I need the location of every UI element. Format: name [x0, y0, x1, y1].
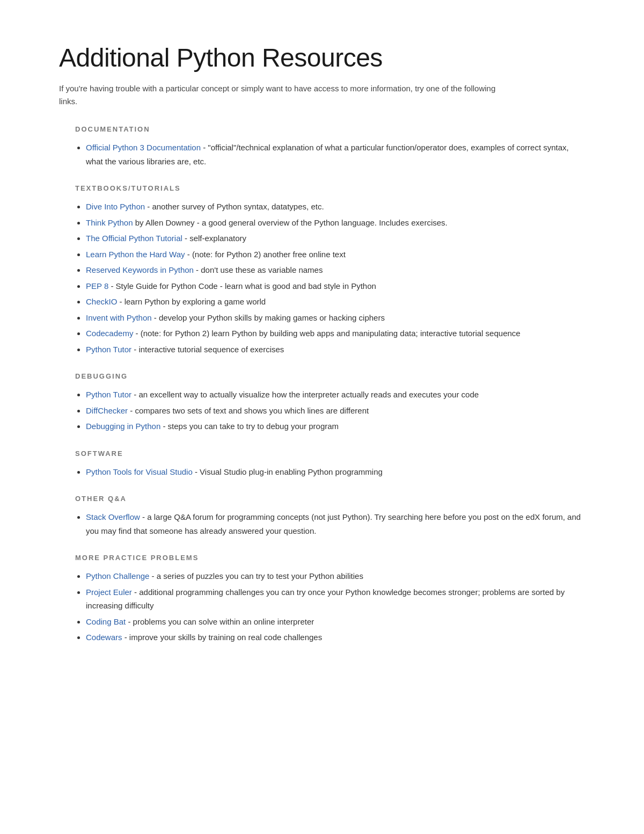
resource-link[interactable]: Learn Python the Hard Way: [86, 250, 185, 259]
list-item: DiffChecker - compares two sets of text …: [86, 404, 585, 418]
resource-link[interactable]: Python Tutor: [86, 345, 131, 354]
resource-link[interactable]: Python Tutor: [86, 390, 131, 399]
resource-link[interactable]: Python Tools for Visual Studio: [86, 467, 193, 476]
resource-description: - compares two sets of text and shows yo…: [128, 406, 369, 415]
list-item: Python Tools for Visual Studio - Visual …: [86, 465, 585, 479]
section-debugging: DEBUGGINGPython Tutor - an excellent way…: [59, 372, 585, 433]
list-item: PEP 8 - Style Guide for Python Code - le…: [86, 279, 585, 293]
list-item: Coding Bat - problems you can solve with…: [86, 615, 585, 629]
section-other-qa: OTHER Q&AStack Overflow - a large Q&A fo…: [59, 495, 585, 538]
resource-link[interactable]: Codecademy: [86, 329, 133, 338]
resource-description: - a series of puzzles you can try to tes…: [149, 571, 363, 581]
resource-description: - learn Python by exploring a game world: [117, 297, 266, 306]
list-item: Invent with Python - develop your Python…: [86, 311, 585, 325]
resource-description: - don't use these as variable names: [194, 265, 323, 274]
resource-description: - (note: for Python 2) another free onli…: [185, 250, 346, 259]
resource-description: - Style Guide for Python Code - learn wh…: [108, 281, 376, 291]
list-item: Think Python by Allen Downey - a good ge…: [86, 216, 585, 230]
resource-list-more-practice: Python Challenge - a series of puzzles y…: [59, 569, 585, 644]
list-item: Codewars - improve your skills by traini…: [86, 630, 585, 644]
resource-list-documentation: Official Python 3 Documentation - "offic…: [59, 141, 585, 168]
resource-description: - Visual Studio plug-in enabling Python …: [193, 467, 383, 476]
resource-link[interactable]: Think Python: [86, 218, 133, 227]
resource-list-debugging: Python Tutor - an excellent way to actua…: [59, 388, 585, 433]
list-item: Reserved Keywords in Python - don't use …: [86, 263, 585, 277]
resource-link[interactable]: PEP 8: [86, 281, 108, 291]
list-item: Debugging in Python - steps you can take…: [86, 419, 585, 433]
section-heading-other-qa: OTHER Q&A: [59, 495, 585, 503]
resource-description: - interactive tutorial sequence of exerc…: [131, 345, 284, 354]
list-item: Official Python 3 Documentation - "offic…: [86, 141, 585, 168]
section-software: SOFTWAREPython Tools for Visual Studio -…: [59, 449, 585, 479]
resource-link[interactable]: Codewars: [86, 633, 122, 642]
resource-link[interactable]: Python Challenge: [86, 571, 149, 581]
resource-description: - develop your Python skills by making g…: [152, 313, 385, 322]
resource-link[interactable]: Invent with Python: [86, 313, 152, 322]
list-item: CheckIO - learn Python by exploring a ga…: [86, 295, 585, 309]
section-heading-documentation: DOCUMENTATION: [59, 125, 585, 133]
resource-list-software: Python Tools for Visual Studio - Visual …: [59, 465, 585, 479]
resource-description: - self-explanatory: [182, 234, 246, 243]
resource-link[interactable]: Debugging in Python: [86, 422, 160, 431]
section-more-practice: MORE PRACTICE PROBLEMSPython Challenge -…: [59, 554, 585, 644]
resource-description: - additional programming challenges you …: [86, 588, 565, 611]
list-item: The Official Python Tutorial - self-expl…: [86, 231, 585, 245]
resource-list-textbooks-tutorials: Dive Into Python - another survey of Pyt…: [59, 200, 585, 356]
list-item: Dive Into Python - another survey of Pyt…: [86, 200, 585, 214]
section-documentation: DOCUMENTATIONOfficial Python 3 Documenta…: [59, 125, 585, 168]
sections-container: DOCUMENTATIONOfficial Python 3 Documenta…: [59, 125, 585, 644]
resource-description: - (note: for Python 2) learn Python by b…: [133, 329, 520, 338]
list-item: Project Euler - additional programming c…: [86, 585, 585, 613]
list-item: Codecademy - (note: for Python 2) learn …: [86, 327, 585, 340]
resource-link[interactable]: Coding Bat: [86, 617, 126, 626]
resource-link[interactable]: The Official Python Tutorial: [86, 234, 182, 243]
resource-description: - another survey of Python syntax, datat…: [145, 202, 324, 211]
resource-link[interactable]: Dive Into Python: [86, 202, 145, 211]
resource-description: by Allen Downey - a good general overvie…: [133, 218, 448, 227]
section-heading-software: SOFTWARE: [59, 449, 585, 458]
resource-description: - improve your skills by training on rea…: [122, 633, 323, 642]
section-heading-debugging: DEBUGGING: [59, 372, 585, 380]
section-heading-textbooks-tutorials: TEXTBOOKS/TUTORIALS: [59, 184, 585, 192]
section-textbooks-tutorials: TEXTBOOKS/TUTORIALSDive Into Python - an…: [59, 184, 585, 356]
list-item: Python Tutor - an excellent way to actua…: [86, 388, 585, 402]
resource-description: - problems you can solve within an onlin…: [126, 617, 314, 626]
resource-link[interactable]: Reserved Keywords in Python: [86, 265, 194, 274]
list-item: Python Tutor - interactive tutorial sequ…: [86, 343, 585, 357]
resource-description: - a large Q&A forum for programming conc…: [86, 512, 581, 535]
resource-description: - an excellent way to actually visualize…: [131, 390, 479, 399]
page-title: Additional Python Resources: [59, 43, 585, 72]
resource-link[interactable]: Official Python 3 Documentation: [86, 143, 201, 152]
resource-link[interactable]: Stack Overflow: [86, 512, 140, 521]
intro-text: If you're having trouble with a particul…: [59, 82, 499, 108]
resource-description: - steps you can take to try to debug you…: [160, 422, 339, 431]
list-item: Stack Overflow - a large Q&A forum for p…: [86, 510, 585, 538]
resource-link[interactable]: Project Euler: [86, 588, 132, 597]
list-item: Learn Python the Hard Way - (note: for P…: [86, 248, 585, 262]
section-heading-more-practice: MORE PRACTICE PROBLEMS: [59, 554, 585, 562]
list-item: Python Challenge - a series of puzzles y…: [86, 569, 585, 583]
resource-link[interactable]: CheckIO: [86, 297, 117, 306]
resource-link[interactable]: DiffChecker: [86, 406, 128, 415]
resource-list-other-qa: Stack Overflow - a large Q&A forum for p…: [59, 510, 585, 538]
